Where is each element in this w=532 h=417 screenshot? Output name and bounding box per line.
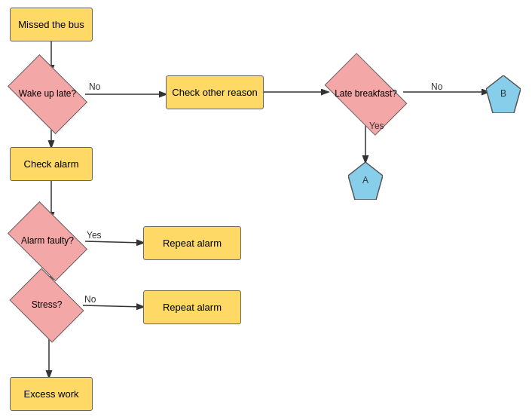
missed-bus-node: Missed the bus (10, 8, 93, 41)
svg-text:A: A (362, 175, 368, 186)
label-yes-alarm: Yes (87, 230, 102, 241)
label-no-stress: No (84, 294, 96, 305)
label-no-late: No (431, 81, 442, 92)
check-alarm-node: Check alarm (10, 147, 93, 181)
excess-work-label: Excess work (24, 388, 79, 400)
repeat-alarm-1-label: Repeat alarm (163, 238, 222, 249)
arrows-svg (0, 0, 532, 417)
svg-line-9 (83, 305, 143, 307)
alarm-faulty-label: Alarm faulty? (21, 235, 74, 247)
wake-up-late-node: Wake up late? (14, 72, 81, 117)
connector-b-node: B (486, 75, 521, 113)
connector-b-svg: B (486, 75, 521, 113)
check-other-reason-node: Check other reason (166, 75, 264, 109)
check-alarm-label: Check alarm (24, 158, 79, 170)
repeat-alarm-2-node: Repeat alarm (143, 290, 241, 324)
connector-a-node: A (348, 162, 383, 200)
excess-work-node: Excess work (10, 377, 93, 411)
wake-up-late-label: Wake up late? (19, 88, 76, 100)
repeat-alarm-1-node: Repeat alarm (143, 226, 241, 260)
flowchart: Missed the bus Wake up late? Check other… (0, 0, 532, 417)
label-no-wake: No (89, 81, 100, 92)
svg-line-7 (85, 241, 143, 243)
label-yes-late: Yes (369, 121, 384, 131)
stress-label: Stress? (32, 299, 63, 311)
stress-node: Stress? (17, 283, 77, 328)
missed-bus-label: Missed the bus (18, 19, 84, 30)
connector-a-svg: A (348, 162, 383, 200)
alarm-faulty-node: Alarm faulty? (14, 219, 81, 264)
late-breakfast-node: Late breakfast? (330, 72, 402, 117)
svg-text:B: B (500, 88, 506, 99)
late-breakfast-label: Late breakfast? (335, 88, 397, 100)
repeat-alarm-2-label: Repeat alarm (163, 302, 222, 313)
check-other-reason-label: Check other reason (172, 87, 257, 98)
